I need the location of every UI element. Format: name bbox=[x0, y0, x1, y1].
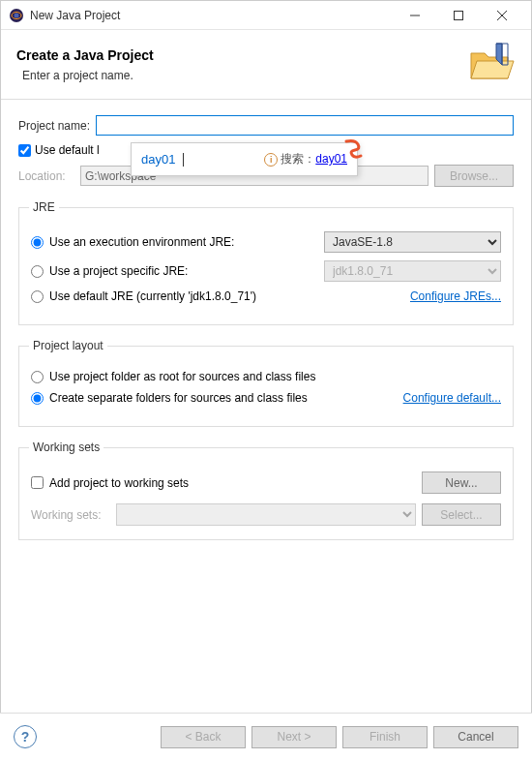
project-name-row: Project name: bbox=[18, 115, 514, 136]
working-sets-group: Working sets Add project to working sets… bbox=[18, 441, 514, 540]
layout-separate-radio[interactable] bbox=[31, 392, 44, 405]
sogou-logo-icon bbox=[341, 137, 365, 161]
project-layout-group: Project layout Use project folder as roo… bbox=[18, 339, 514, 427]
ime-caret bbox=[183, 153, 184, 167]
ws-select bbox=[116, 503, 416, 526]
page-title: Create a Java Project bbox=[16, 47, 154, 63]
jre-specific-select: jdk1.8.0_71 bbox=[324, 260, 501, 282]
project-name-label: Project name: bbox=[18, 119, 90, 133]
ime-popup: day01 i 搜索：day01 bbox=[131, 142, 358, 176]
svg-rect-4 bbox=[454, 11, 462, 19]
jre-exec-env-label: Use an execution environment JRE: bbox=[49, 235, 324, 249]
location-label: Location: bbox=[18, 169, 74, 183]
layout-separate-label: Create separate folders for sources and … bbox=[49, 391, 403, 405]
jre-exec-env-select[interactable]: JavaSE-1.8 bbox=[324, 231, 501, 253]
configure-default-link[interactable]: Configure default... bbox=[403, 391, 501, 405]
ws-add-checkbox[interactable] bbox=[31, 476, 44, 489]
project-name-input[interactable] bbox=[96, 115, 514, 136]
use-default-location-checkbox[interactable] bbox=[18, 144, 31, 157]
ws-new-button[interactable]: New... bbox=[422, 471, 501, 494]
ws-label: Working sets: bbox=[31, 508, 110, 522]
maximize-button[interactable] bbox=[436, 2, 480, 29]
jre-exec-env-radio[interactable] bbox=[31, 236, 44, 249]
svg-point-2 bbox=[15, 13, 19, 17]
jre-legend: JRE bbox=[29, 200, 59, 214]
close-button[interactable] bbox=[480, 2, 523, 29]
ime-search[interactable]: i 搜索：day01 bbox=[264, 151, 347, 167]
next-button: Next > bbox=[251, 726, 337, 748]
ws-add-label: Add project to working sets bbox=[49, 476, 422, 490]
layout-legend: Project layout bbox=[29, 339, 107, 352]
ws-legend: Working sets bbox=[29, 441, 103, 454]
jre-default-label: Use default JRE (currently 'jdk1.8.0_71'… bbox=[49, 289, 410, 303]
titlebar: New Java Project bbox=[1, 1, 531, 30]
jre-default-radio[interactable] bbox=[31, 290, 44, 303]
info-icon: i bbox=[264, 153, 278, 167]
cancel-button[interactable]: Cancel bbox=[433, 726, 518, 748]
jre-specific-label: Use a project specific JRE: bbox=[49, 264, 324, 278]
wizard-header: Create a Java Project Enter a project na… bbox=[1, 30, 531, 100]
jre-group: JRE Use an execution environment JRE: Ja… bbox=[18, 200, 514, 325]
layout-root-label: Use project folder as root for sources a… bbox=[49, 370, 501, 383]
ime-candidate[interactable]: day01 bbox=[141, 152, 175, 167]
use-default-location-label: Use default l bbox=[35, 143, 100, 157]
jre-specific-radio[interactable] bbox=[31, 265, 44, 278]
minimize-button[interactable] bbox=[393, 2, 436, 29]
configure-jres-link[interactable]: Configure JREs... bbox=[410, 289, 501, 303]
ws-select-button: Select... bbox=[422, 503, 501, 526]
page-subtitle: Enter a project name. bbox=[16, 69, 154, 82]
window-title: New Java Project bbox=[30, 9, 393, 22]
folder-java-icon bbox=[467, 42, 516, 87]
finish-button: Finish bbox=[342, 726, 428, 748]
help-icon[interactable]: ? bbox=[14, 725, 37, 748]
browse-button: Browse... bbox=[434, 165, 514, 187]
wizard-footer: ? < Back Next > Finish Cancel bbox=[0, 713, 532, 760]
layout-root-radio[interactable] bbox=[31, 371, 44, 383]
eclipse-icon bbox=[9, 8, 24, 23]
back-button: < Back bbox=[161, 726, 246, 748]
